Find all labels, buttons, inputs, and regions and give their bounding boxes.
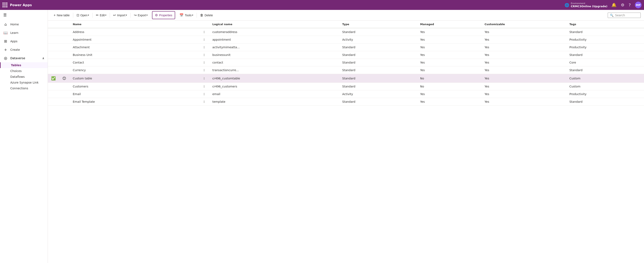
chevron-up-icon: ∧ xyxy=(42,56,44,60)
table-row[interactable]: Business Unit⋮businessunitStandardYesYes… xyxy=(48,51,644,59)
environment-name: CRMC3Online (Upgrade) xyxy=(571,5,607,8)
row-logical-name: activitymimeatta... xyxy=(209,44,339,51)
row-context-menu[interactable]: ⋮ xyxy=(199,36,209,44)
row-tags: Core xyxy=(566,59,644,66)
row-check-cell xyxy=(48,28,59,36)
open-button[interactable]: ⊡ Open ▾ xyxy=(74,12,92,19)
row-customizable: Yes xyxy=(481,83,566,90)
table-row[interactable]: Currency⋮transactioncurre...StandardYesY… xyxy=(48,66,644,74)
row-managed: Yes xyxy=(417,98,481,106)
row-context-menu[interactable]: ⋮ xyxy=(199,44,209,51)
search-icon: 🔍 xyxy=(610,14,614,17)
settings-icon[interactable]: ⚙ xyxy=(621,2,624,8)
row-check-cell xyxy=(48,36,59,44)
sidebar-sub-azure-synapse[interactable]: Azure Synapse Link xyxy=(0,80,48,86)
sidebar-item-create[interactable]: + Create xyxy=(0,46,48,54)
sidebar-item-home[interactable]: ⌂ Home xyxy=(0,20,48,28)
col-header-customizable[interactable]: Customizable xyxy=(481,21,566,28)
table-row[interactable]: Address⋮customeraddressStandardYesYesSta… xyxy=(48,28,644,36)
sidebar-sub-tables[interactable]: Tables xyxy=(0,62,48,68)
row-emoji-cell xyxy=(59,51,70,59)
help-icon[interactable]: ? xyxy=(628,2,631,8)
col-header-type[interactable]: Type xyxy=(339,21,417,28)
sidebar-item-dataverse[interactable]: ◎ Dataverse ∧ xyxy=(0,54,48,62)
sidebar-sub-connections[interactable]: Connections xyxy=(0,86,48,91)
create-icon: + xyxy=(3,48,8,52)
topbar-right: 🌐 Environment CRMC3Online (Upgrade) 🔔 ⚙ … xyxy=(564,2,642,8)
row-customizable: Yes xyxy=(481,66,566,74)
row-context-menu[interactable]: ⋮ xyxy=(199,28,209,36)
row-check-cell xyxy=(48,44,59,51)
row-name: Email xyxy=(70,90,200,98)
row-logical-name: businessunit xyxy=(209,51,339,59)
properties-button[interactable]: ⚙ Properties xyxy=(152,11,175,19)
toolbar-divider-4 xyxy=(130,13,130,18)
open-label: Open xyxy=(80,14,88,17)
edit-button[interactable]: ✏ Edit ▾ xyxy=(94,12,109,19)
row-managed: Yes xyxy=(417,51,481,59)
table-row[interactable]: Contact⋮contactStandardYesYesCore xyxy=(48,59,644,66)
topbar: Power Apps 🌐 Environment CRMC3Online (Up… xyxy=(0,0,644,10)
sidebar-sub-dataflows[interactable]: Dataflows xyxy=(0,74,48,80)
export-icon: ↪ xyxy=(134,13,136,17)
row-customizable: Yes xyxy=(481,74,566,83)
row-type: Standard xyxy=(339,83,417,90)
row-context-menu[interactable]: ⋮ xyxy=(199,51,209,59)
table-row[interactable]: Email⋮emailActivityYesYesProductivity xyxy=(48,90,644,98)
sidebar: ☰ ⌂ Home 📖 Learn ⊞ Apps + Create ◎ Datav… xyxy=(0,10,48,263)
col-header-tags[interactable]: Tags xyxy=(566,21,644,28)
delete-icon: 🗑 xyxy=(200,14,204,17)
table-row[interactable]: Attachment⋮activitymimeatta...StandardYe… xyxy=(48,44,644,51)
open-chevron-icon: ▾ xyxy=(88,14,89,16)
import-button[interactable]: ↩ Import ▾ xyxy=(111,12,130,19)
row-type: Standard xyxy=(339,98,417,106)
row-context-menu[interactable]: ⋮ xyxy=(199,83,209,90)
table-row[interactable]: Customers⋮cr496_customersStandardNoYesCu… xyxy=(48,83,644,90)
learn-icon: 📖 xyxy=(3,30,8,35)
row-tags: Custom xyxy=(566,83,644,90)
row-context-menu[interactable]: ⋮ xyxy=(199,74,209,83)
row-type: Activity xyxy=(339,90,417,98)
col-header-name[interactable]: Name xyxy=(70,21,200,28)
properties-label: Properties xyxy=(159,14,172,17)
row-type: Standard xyxy=(339,66,417,74)
row-customizable: Yes xyxy=(481,28,566,36)
col-header-logical-name[interactable]: Logical name xyxy=(209,21,339,28)
new-table-icon: + xyxy=(54,14,56,17)
row-check-cell xyxy=(48,83,59,90)
sidebar-item-learn[interactable]: 📖 Learn xyxy=(0,28,48,37)
sidebar-create-label: Create xyxy=(10,48,20,51)
col-header-managed[interactable]: Managed xyxy=(417,21,481,28)
tools-button[interactable]: 📅 Tools ▾ xyxy=(177,12,196,19)
delete-label: Delete xyxy=(205,14,213,17)
table-row[interactable]: Email Template⋮templateStandardYesYesSta… xyxy=(48,98,644,106)
export-button[interactable]: ↪ Export ▾ xyxy=(132,12,150,19)
row-tags: Custom xyxy=(566,74,644,83)
row-managed: Yes xyxy=(417,28,481,36)
sidebar-sub-choices[interactable]: Choices xyxy=(0,68,48,74)
new-table-button[interactable]: + New table xyxy=(51,12,72,19)
table-row[interactable]: ✅😊Custom table⋮cr496_customtableStandard… xyxy=(48,74,644,83)
row-customizable: Yes xyxy=(481,44,566,51)
row-customizable: Yes xyxy=(481,36,566,44)
row-context-menu[interactable]: ⋮ xyxy=(199,98,209,106)
search-box[interactable]: 🔍 Search xyxy=(608,12,641,18)
sidebar-item-apps[interactable]: ⊞ Apps xyxy=(0,37,48,46)
globe-icon: 🌐 xyxy=(564,3,569,7)
user-avatar[interactable]: MP xyxy=(635,2,642,8)
environment-block[interactable]: 🌐 Environment CRMC3Online (Upgrade) xyxy=(564,2,607,8)
row-context-menu[interactable]: ⋮ xyxy=(199,59,209,66)
toolbar-divider-1 xyxy=(73,13,73,18)
notification-icon[interactable]: 🔔 xyxy=(612,2,616,8)
toolbar-divider-3 xyxy=(110,13,110,18)
hamburger-menu-icon[interactable]: ☰ xyxy=(0,10,48,20)
row-logical-name: appointment xyxy=(209,36,339,44)
row-context-menu[interactable]: ⋮ xyxy=(199,66,209,74)
row-managed: Yes xyxy=(417,90,481,98)
row-emoji-cell xyxy=(59,59,70,66)
app-launcher-icon[interactable] xyxy=(2,2,8,8)
row-type: Activity xyxy=(339,36,417,44)
delete-button[interactable]: 🗑 Delete xyxy=(198,12,215,19)
row-context-menu[interactable]: ⋮ xyxy=(199,90,209,98)
table-row[interactable]: Appointment⋮appointmentActivityYesYesPro… xyxy=(48,36,644,44)
